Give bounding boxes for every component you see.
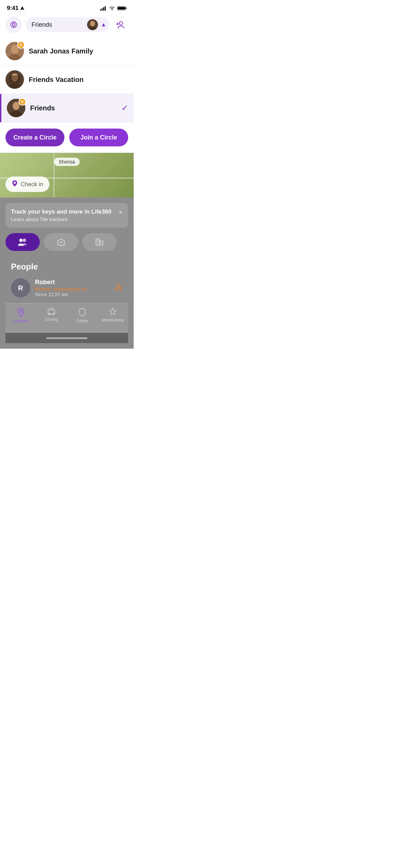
driving-nav-label: Driving — [45, 317, 58, 322]
promo-title: Track your keys and more in Life360 — [11, 208, 111, 215]
circle-item-friends[interactable]: R Friends ✓ — [0, 94, 134, 122]
pin-icon — [12, 180, 18, 187]
circle-name: Friends — [30, 104, 55, 112]
tabs-row — [5, 233, 128, 251]
person-item[interactable]: R Robert Battery optimization on Since 1… — [11, 276, 123, 300]
promo-banner: Track your keys and more in Life360 Lear… — [5, 203, 128, 228]
svg-marker-0 — [20, 6, 24, 10]
circle-avatar-mini — [87, 19, 98, 30]
safety-nav-icon — [78, 308, 87, 317]
svg-rect-2 — [102, 8, 103, 11]
circle-avatar-wrap: R — [7, 99, 25, 117]
join-circle-button[interactable]: Join a Circle — [69, 129, 128, 146]
home-bar — [46, 337, 87, 339]
circle-name: Sarah Jonas Family — [29, 47, 93, 55]
status-bar: 9:41 — [0, 0, 134, 14]
bottom-navigation: Location Driving Safety Membership — [5, 303, 128, 333]
add-person-icon — [116, 21, 126, 29]
settings-button[interactable] — [5, 16, 22, 33]
circle-avatar-wrap: R — [5, 42, 24, 60]
selected-circle-label: Friends — [32, 21, 84, 28]
gear-icon — [10, 21, 17, 28]
svg-rect-20 — [97, 242, 98, 243]
svg-point-14 — [19, 239, 23, 242]
svg-rect-8 — [118, 7, 125, 10]
svg-point-16 — [60, 241, 62, 243]
header: Friends ▲ — [0, 14, 134, 37]
svg-point-13 — [14, 182, 16, 184]
nav-location[interactable]: Location — [5, 308, 36, 323]
circle-selector[interactable]: Friends ▲ — [26, 17, 109, 32]
person-time: Since 11:57 am — [35, 292, 87, 297]
wifi-icon — [109, 6, 115, 11]
person-status: Battery optimization on — [35, 286, 87, 292]
svg-point-23 — [118, 289, 119, 289]
people-icon — [17, 238, 28, 246]
battery-icon — [117, 6, 127, 11]
svg-point-15 — [23, 239, 26, 242]
circle-list: R Sarah Jonas Family Friends Vacation R … — [0, 37, 134, 122]
circle-avatar-wrap — [5, 70, 24, 89]
svg-rect-3 — [103, 7, 104, 11]
checkin-button[interactable]: Check in — [5, 177, 49, 192]
location-arrow-icon — [20, 6, 25, 11]
warning-icon — [114, 283, 123, 293]
tile-icon — [56, 238, 66, 246]
promo-content: Track your keys and more in Life360 Lear… — [11, 208, 111, 222]
checkin-label: Check in — [21, 181, 43, 188]
person-avatar: R — [11, 278, 30, 298]
circle-actions: Create a Circle Join a Circle — [0, 122, 134, 153]
location-nav-label: Location — [13, 318, 28, 323]
status-time: 9:41 — [7, 5, 25, 12]
people-section: People R Robert Battery optimization on … — [5, 256, 128, 303]
chevron-up-icon: ▲ — [101, 22, 106, 28]
svg-point-9 — [13, 24, 15, 26]
svg-rect-19 — [97, 240, 98, 241]
safety-nav-label: Safety — [76, 318, 88, 323]
svg-rect-17 — [96, 239, 99, 245]
nav-membership[interactable]: Membership — [98, 308, 129, 323]
add-member-button[interactable] — [113, 17, 128, 32]
svg-point-10 — [119, 22, 123, 25]
nav-driving[interactable]: Driving — [36, 308, 67, 323]
nav-safety[interactable]: Safety — [67, 308, 98, 323]
checkin-pin-icon — [12, 180, 18, 189]
people-section-title: People — [11, 262, 123, 272]
create-circle-button[interactable]: Create a Circle — [5, 129, 64, 146]
circle-name: Friends Vacation — [29, 76, 84, 84]
circle-item-sarah-jonas[interactable]: R Sarah Jonas Family — [0, 37, 134, 65]
active-checkmark-icon: ✓ — [121, 103, 128, 113]
dimmed-overlay: Track your keys and more in Life360 Lear… — [0, 197, 134, 349]
svg-rect-1 — [100, 9, 101, 11]
svg-rect-21 — [100, 242, 101, 243]
places-tab[interactable] — [82, 233, 117, 251]
time-display: 9:41 — [7, 5, 19, 12]
membership-nav-label: Membership — [101, 318, 124, 323]
driving-nav-icon — [47, 308, 56, 316]
status-icons — [100, 6, 127, 11]
svg-rect-4 — [105, 6, 106, 11]
warning-triangle-icon — [114, 283, 123, 291]
promo-subtitle: Learn about Tile trackers — [11, 216, 111, 222]
svg-point-5 — [112, 9, 113, 10]
person-name: Robert — [35, 279, 87, 286]
svg-rect-7 — [126, 8, 127, 9]
circle-avatar — [5, 70, 24, 89]
circle-item-friends-vacation[interactable]: Friends Vacation — [0, 65, 134, 94]
building-icon — [95, 238, 104, 246]
people-tab[interactable] — [5, 233, 40, 251]
svg-point-24 — [20, 310, 22, 313]
signal-icon — [100, 6, 107, 11]
map-area: Sherisa Check in — [0, 153, 134, 197]
location-nav-icon — [16, 308, 25, 317]
home-indicator — [5, 333, 128, 343]
membership-nav-icon — [108, 308, 117, 316]
member-badge: R — [19, 98, 26, 106]
member-badge: R — [17, 41, 25, 49]
person-info: Robert Battery optimization on Since 11:… — [35, 279, 87, 297]
location-label: Sherisa — [54, 158, 80, 166]
tile-tab[interactable] — [44, 233, 78, 251]
promo-close-button[interactable]: × — [119, 208, 123, 216]
